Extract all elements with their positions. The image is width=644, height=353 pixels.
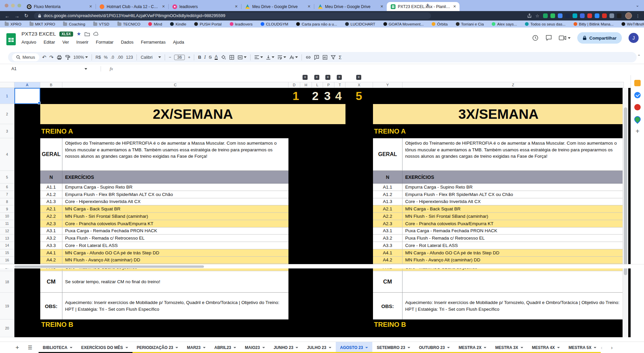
tab-close-icon[interactable]: ✕ [234, 4, 238, 9]
row-header[interactable]: 10 [0, 213, 14, 220]
all-sheets-menu-icon[interactable]: ☰ [28, 345, 32, 351]
name-box[interactable]: A1 [0, 66, 82, 71]
minimize-window-icon[interactable] [11, 4, 15, 7]
bookmarks-overflow-icon[interactable]: » [636, 21, 638, 26]
sheet-tab[interactable]: EXERCÍCIOS DO MÊS [77, 342, 132, 353]
sheet-tab-menu-icon[interactable] [262, 347, 265, 348]
sheet-tab[interactable]: AGOSTO 23 [336, 342, 372, 353]
add-sheet-button[interactable]: + [15, 344, 19, 351]
bookmark-item[interactable]: PUSH Portal [194, 22, 221, 26]
column-header[interactable]: A [14, 82, 40, 88]
sheet-tab[interactable]: OUTUBRO 23 [415, 342, 454, 353]
meet-dropdown-icon[interactable] [568, 37, 571, 39]
exercise-row[interactable]: A1.2 Empurra Flush - Flex BR SpiderMan A… [40, 191, 288, 198]
exercise-row[interactable]: A3.1 Puxa Carga - Remada Fechada PRON HA… [373, 228, 624, 235]
forward-icon[interactable]: → [14, 13, 19, 19]
column-header[interactable]: P [323, 82, 334, 88]
sheet-tab-menu-icon[interactable] [125, 347, 128, 348]
sheet-tab-menu-icon[interactable] [70, 347, 72, 348]
redo-button[interactable]: ↷ [49, 54, 54, 60]
bookmark-item[interactable]: Todos os seus das... [525, 22, 566, 26]
exercise-row[interactable]: A2.2 MN Flush - Siri Frontal SBand (cami… [373, 213, 624, 220]
bookmark-item[interactable]: Coaching [63, 22, 85, 26]
sheet-tab-menu-icon[interactable] [484, 347, 486, 348]
row-header[interactable]: 3 [0, 124, 14, 138]
column-header[interactable]: T [334, 82, 345, 88]
row-header[interactable]: 5 [0, 171, 14, 184]
exercise-row[interactable]: A3.1 Puxa Carga - Remada Fechada PRON HA… [40, 228, 288, 235]
bookmark-item[interactable]: MKT XPRO [30, 22, 55, 26]
font-size-input[interactable]: 36 [174, 55, 185, 60]
text-color-button[interactable]: A [215, 55, 218, 60]
keep-icon[interactable] [634, 80, 641, 86]
star-icon[interactable]: ★ [76, 31, 81, 37]
extension-icon[interactable] [595, 13, 599, 18]
move-folder-icon[interactable] [85, 32, 90, 36]
row-header[interactable]: 6 [0, 184, 14, 191]
sheet-tab-menu-icon[interactable] [365, 347, 368, 348]
vertical-align-button[interactable] [266, 55, 274, 60]
bookmark-item[interactable]: WeTransfer [622, 22, 644, 26]
menu-item[interactable]: Ferramentas [141, 40, 166, 45]
sheet-tab[interactable]: MESTRA 2X [454, 342, 491, 353]
address-bar[interactable]: docs.google.com/spreadsheets/d/1PIG13Yow… [34, 12, 431, 19]
extension-icon[interactable] [587, 13, 592, 18]
row-header[interactable]: 11 [0, 220, 14, 228]
exercise-row[interactable]: A4.2 MN Flush - Avanço Alt (caminhar) DD [373, 257, 624, 264]
sheet-tab[interactable]: MESTRA 5X [564, 342, 601, 353]
tab-close-icon[interactable]: ✕ [380, 4, 384, 9]
exercise-row[interactable]: A1.3 Core - Hiperextensão Invertida Alt … [373, 198, 624, 206]
merge-cells-button[interactable] [237, 55, 247, 60]
bookmark-item[interactable]: Mind [148, 22, 162, 26]
menu-item[interactable]: Dados [121, 40, 133, 45]
menu-item[interactable]: Ver [62, 40, 69, 45]
share-button[interactable]: Compartilhar [577, 32, 622, 44]
exercise-row[interactable]: A1.1 Empurra Carga - Supino Reto BR [40, 184, 288, 191]
horizontal-scrollbar-thumb[interactable] [14, 265, 204, 268]
bookmark-item[interactable]: Kindle [170, 22, 186, 26]
bookmark-star-icon[interactable]: ☆ [535, 13, 539, 18]
exercise-row[interactable]: A2.2 MN Flush - Siri Frontal SBand (cami… [40, 213, 288, 220]
bookmark-item[interactable]: Bitly | Bitlink Mana... [574, 22, 613, 26]
sheet-tab[interactable]: MESTRA 4X [528, 342, 564, 353]
menu-item[interactable]: Formatar [96, 40, 114, 45]
account-avatar[interactable]: J [629, 33, 639, 43]
sheet-tab-menu-icon[interactable] [329, 347, 331, 348]
add-addon-icon[interactable]: + [634, 128, 641, 135]
group-expand-button[interactable]: + [314, 75, 319, 80]
menu-item[interactable]: Editar [44, 40, 55, 45]
sheet-tab[interactable]: JULHO 23 [303, 342, 335, 353]
row-header[interactable]: 12 [0, 228, 14, 235]
vertical-scrollbar[interactable] [623, 88, 628, 337]
column-header[interactable]: Y [373, 82, 402, 88]
horizontal-scrollbar[interactable] [0, 264, 644, 268]
bookmark-item[interactable]: GOATA Movement... [383, 22, 424, 26]
bookmark-item[interactable]: LUCIDCHART [345, 22, 375, 26]
menu-item[interactable]: Arquivo [21, 40, 36, 45]
insert-chart-button[interactable] [322, 55, 328, 60]
bookmark-item[interactable]: Alex says... [492, 22, 517, 26]
close-window-icon[interactable] [5, 4, 8, 7]
extension-icon[interactable] [558, 13, 562, 18]
font-select[interactable]: Calibri [141, 55, 161, 60]
tab-close-icon[interactable]: ✕ [161, 4, 166, 9]
column-header[interactable]: C [62, 82, 288, 88]
share-page-icon[interactable] [527, 13, 532, 18]
group-expand-button[interactable]: + [303, 75, 308, 80]
exercise-row[interactable]: A3.3 Core - Rot Lateral EL ASS [373, 242, 624, 249]
collapse-toolbar-icon[interactable]: ⌃ [637, 54, 641, 59]
row-header[interactable]: 19 [0, 293, 14, 319]
exercise-row[interactable]: A2.3 Core - Prancha cotovelos Puxa/Empur… [373, 220, 624, 228]
workout-table-right[interactable]: TREINO A GERAL Objetivo do Treinamento d… [373, 124, 624, 319]
undo-button[interactable]: ↶ [42, 54, 47, 60]
bookmark-item[interactable]: TECNICO [117, 22, 141, 26]
horizontal-align-button[interactable] [254, 55, 263, 59]
tasks-icon[interactable] [634, 92, 641, 98]
reload-icon[interactable]: ↻ [24, 13, 29, 19]
sheet-tab[interactable]: MAIO23 [240, 342, 269, 353]
sheet-tab-menu-icon[interactable] [557, 347, 560, 348]
exercise-row[interactable]: A3.2 Puxa Flush - Remada c/ Retrocesso E… [40, 235, 288, 242]
sheet-tab-menu-icon[interactable] [296, 347, 298, 348]
browser-tab[interactable]: Fluxo Mentoria ✕ [23, 2, 96, 11]
increase-font-size-button[interactable]: + [188, 55, 190, 60]
